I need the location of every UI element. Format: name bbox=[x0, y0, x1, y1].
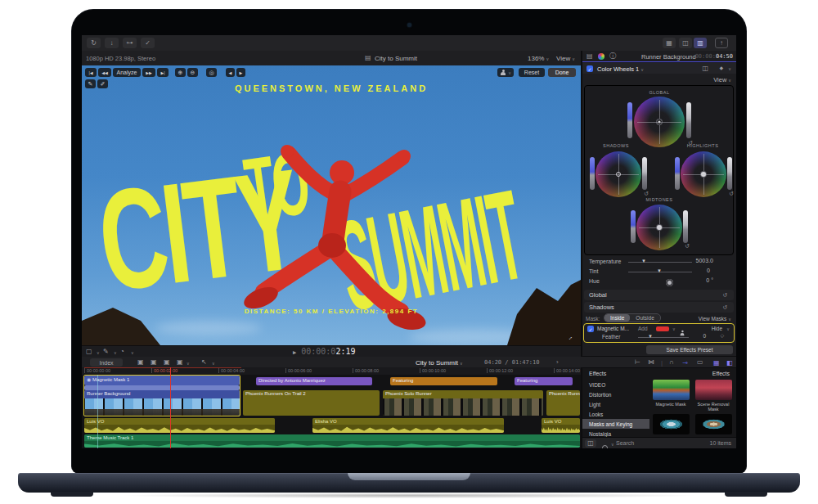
section-shadows[interactable]: Shadows↺ bbox=[584, 302, 734, 313]
retime-menu-icon[interactable]: ◔ bbox=[120, 349, 124, 355]
video-inspector-icon[interactable]: ▤ bbox=[587, 53, 593, 60]
playhead[interactable] bbox=[170, 367, 171, 448]
clip-theme-music[interactable]: Theme Music Track 1 bbox=[84, 434, 580, 448]
color-inspector-icon[interactable] bbox=[598, 53, 605, 60]
chevron-down-icon[interactable]: ∨ bbox=[611, 442, 614, 447]
timeline-project-menu[interactable]: City to Summit∨ bbox=[416, 359, 463, 367]
effect-thumb-scene-removal[interactable] bbox=[695, 380, 732, 400]
canvas-menu-icon[interactable]: ▢ bbox=[86, 349, 92, 355]
subject-person-icon[interactable] bbox=[680, 331, 685, 335]
save-effects-preset-button[interactable]: Save Effects Preset bbox=[646, 345, 733, 354]
analyze-button[interactable]: Analyze bbox=[113, 68, 141, 77]
global-saturation-slider[interactable] bbox=[686, 102, 691, 138]
highlights-saturation-slider[interactable] bbox=[727, 157, 732, 190]
timeline-ruler[interactable]: 00:00:00:00 00:00:02:00 00:00:04:00 00:0… bbox=[82, 367, 581, 375]
highlights-brightness-slider[interactable] bbox=[675, 157, 680, 190]
clip-phoenix-trail-b[interactable]: Phoenix Runners On Trail 2 bbox=[546, 390, 580, 416]
category-light[interactable]: Light bbox=[582, 399, 649, 409]
background-tasks-button[interactable]: ✓ bbox=[141, 38, 155, 48]
snapping-icon[interactable]: ▭ bbox=[697, 359, 703, 366]
wheels-view-menu[interactable]: View∨ bbox=[713, 76, 731, 83]
section-global[interactable]: Global↺ bbox=[584, 290, 734, 300]
highlights-color-wheel[interactable] bbox=[681, 151, 726, 197]
search-input[interactable]: Search bbox=[616, 440, 634, 446]
hue-knob[interactable] bbox=[666, 279, 673, 286]
clip-featuring-1[interactable]: Featuring bbox=[390, 377, 497, 385]
sync-media-button[interactable]: ↻ bbox=[87, 38, 101, 48]
feather-keyframe-icon[interactable]: ◇ bbox=[720, 333, 724, 338]
chevron-down-icon[interactable]: ∨ bbox=[728, 66, 731, 71]
midtones-saturation-slider[interactable] bbox=[683, 210, 688, 243]
feather-thumb[interactable]: ▼ bbox=[648, 334, 653, 339]
shadows-brightness-slider[interactable] bbox=[590, 157, 595, 190]
go-to-end-button[interactable]: ▶| bbox=[157, 68, 169, 77]
midtones-color-wheel[interactable] bbox=[636, 205, 682, 250]
hue-value[interactable]: 0 ° bbox=[706, 277, 713, 283]
clip-luis-vo-b[interactable]: Luis VO bbox=[542, 418, 580, 433]
prev-frame-button[interactable]: ◀ bbox=[226, 68, 235, 77]
clip-directed-by[interactable]: Directed by Antonio Manriquez bbox=[256, 377, 372, 385]
category-distortion[interactable]: Distortion bbox=[582, 389, 649, 399]
browser-toggle-button[interactable]: ▦ bbox=[663, 38, 676, 48]
category-looks[interactable]: Looks bbox=[582, 409, 649, 419]
face-tracking-button[interactable]: ∨ bbox=[497, 68, 514, 77]
clip-magnetic-mask[interactable]: ◉ Magnetic Mask 1 bbox=[84, 376, 240, 385]
insert-clip-icon[interactable]: ▣ bbox=[151, 359, 157, 366]
clip-phoenix-trail-a[interactable]: Phoenix Runners On Trail 2 bbox=[243, 390, 380, 416]
chevron-down-icon[interactable]: ∨ bbox=[726, 326, 730, 331]
effect-row[interactable]: ✓ Color Wheels 1∨ ◫ ◆ ∨ bbox=[582, 63, 736, 74]
effect-thumb-magnetic-mask[interactable] bbox=[653, 380, 690, 400]
play-icon[interactable]: ▶ bbox=[293, 349, 296, 356]
shadows-reset-icon[interactable]: ↺ bbox=[644, 191, 649, 197]
transitions-browser-icon[interactable]: ◧ bbox=[726, 359, 733, 367]
zoom-level-menu[interactable]: 136%∨ bbox=[528, 55, 549, 62]
clip-runner-background[interactable]: Runner Background bbox=[84, 390, 240, 416]
mask-outside-button[interactable]: Outside bbox=[630, 314, 659, 322]
mask-erase-button[interactable]: ✐ bbox=[97, 79, 108, 88]
share-button[interactable]: ↑ bbox=[715, 38, 728, 48]
category-masks-and-keying[interactable]: Masks and Keying bbox=[582, 419, 649, 429]
keying-button[interactable]: ⊶ bbox=[123, 38, 137, 48]
target-button[interactable]: ◎ bbox=[206, 68, 217, 77]
shadows-color-wheel[interactable] bbox=[596, 151, 641, 197]
temperature-track[interactable] bbox=[628, 262, 692, 263]
zoom-in-button[interactable]: ⊕ bbox=[175, 68, 186, 77]
clip-featuring-2[interactable]: Featuring bbox=[515, 377, 573, 385]
global-brightness-slider[interactable] bbox=[627, 102, 632, 138]
highlights-reset-icon[interactable]: ↺ bbox=[729, 191, 734, 197]
tint-value[interactable]: 0 bbox=[707, 268, 710, 273]
trim-icon[interactable]: ⊢ bbox=[635, 359, 640, 366]
keyframe-icon[interactable]: ◆ bbox=[719, 65, 723, 70]
temperature-thumb[interactable]: ▼ bbox=[641, 259, 646, 263]
index-button[interactable]: Index bbox=[90, 358, 123, 367]
info-inspector-icon[interactable]: ⓘ bbox=[609, 53, 616, 60]
connect-clip-icon[interactable]: ▣ bbox=[137, 359, 144, 366]
viewer-view-menu[interactable]: View∨ bbox=[556, 55, 575, 62]
effect-thumb-4[interactable] bbox=[695, 414, 732, 434]
clip-phoenix-solo[interactable]: Phoenix Solo Runner bbox=[383, 390, 543, 416]
next-frame-button[interactable]: ▶ bbox=[236, 68, 245, 77]
import-button[interactable]: ↓ bbox=[105, 38, 119, 48]
effect-thumb-3[interactable] bbox=[653, 414, 690, 434]
viewer-canvas[interactable]: CITY TO SUMMIT bbox=[82, 65, 581, 345]
shadows-section-reset-icon[interactable]: ↺ bbox=[722, 304, 727, 311]
midtones-brightness-slider[interactable] bbox=[631, 210, 636, 243]
effect-enable-checkbox[interactable]: ✓ bbox=[587, 65, 593, 72]
category-video[interactable]: VIDEO bbox=[582, 380, 649, 389]
next-button[interactable]: ▶▶ bbox=[142, 68, 155, 77]
view-masks-menu[interactable]: View Masks∨ bbox=[699, 316, 731, 322]
mask-add-label[interactable]: Add bbox=[638, 326, 648, 331]
zoom-out-button[interactable]: ⊖ bbox=[187, 68, 198, 77]
skimming-icon[interactable]: ⊸ bbox=[682, 359, 688, 367]
audio-crossfade-icon[interactable]: ⋈ bbox=[648, 359, 654, 366]
mask-inside-button[interactable]: Inside bbox=[605, 314, 630, 322]
reset-button[interactable]: Reset bbox=[519, 68, 545, 77]
timeline-toggle-button[interactable]: ◫ bbox=[679, 38, 692, 48]
previous-button[interactable]: ◀◀ bbox=[98, 68, 111, 77]
fullscreen-button[interactable]: ↔ bbox=[564, 333, 575, 342]
compare-icon[interactable]: ◫ bbox=[702, 65, 708, 72]
audio-monitor-icon[interactable]: ∩ bbox=[669, 359, 674, 366]
temperature-value[interactable]: 5003.0 bbox=[696, 258, 713, 263]
feather-track[interactable] bbox=[638, 337, 689, 338]
mask-color-swatch[interactable] bbox=[656, 326, 669, 331]
